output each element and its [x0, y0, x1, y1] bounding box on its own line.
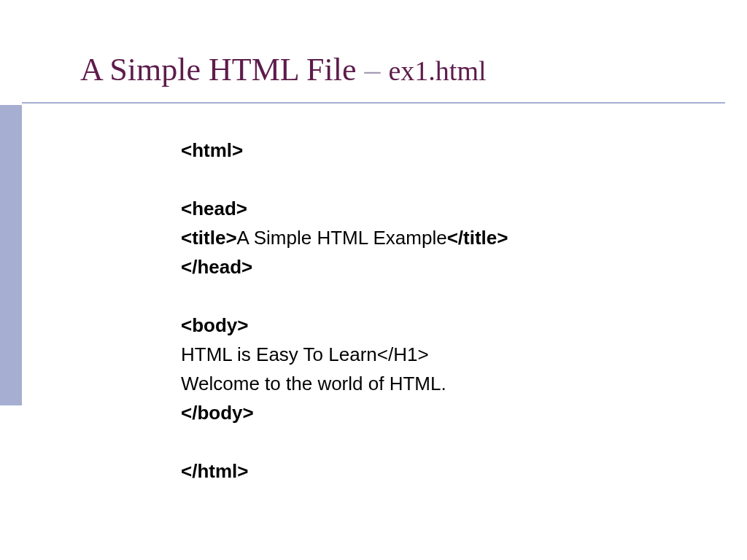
code-block: <html> <head> <title>A Simple HTML Examp…	[181, 136, 508, 486]
code-tag-body-close: </body>	[181, 402, 254, 424]
slide: A Simple HTML File – ex1.html <html> <he…	[0, 0, 747, 560]
code-tag-body-open: <body>	[181, 314, 248, 336]
code-tag-head-open: <head>	[181, 198, 247, 219]
code-body-line-1: HTML is Easy To Learn</H1>	[181, 343, 429, 365]
code-tag-html-close: </html>	[181, 460, 248, 482]
code-tag-head-close: </head>	[181, 256, 252, 278]
title-main: A Simple HTML File	[80, 52, 357, 88]
title-filename: ex1.html	[389, 55, 487, 86]
title-separator: –	[357, 52, 389, 88]
slide-title: A Simple HTML File – ex1.html	[80, 51, 487, 90]
title-underline	[22, 102, 725, 104]
code-body-line-2: Welcome to the world of HTML.	[181, 373, 446, 394]
code-title-text: A Simple HTML Example	[237, 227, 447, 249]
code-tag-html-open: <html>	[181, 139, 243, 161]
code-tag-title-open: <title>	[181, 227, 237, 249]
code-tag-title-close: </title>	[447, 227, 508, 249]
